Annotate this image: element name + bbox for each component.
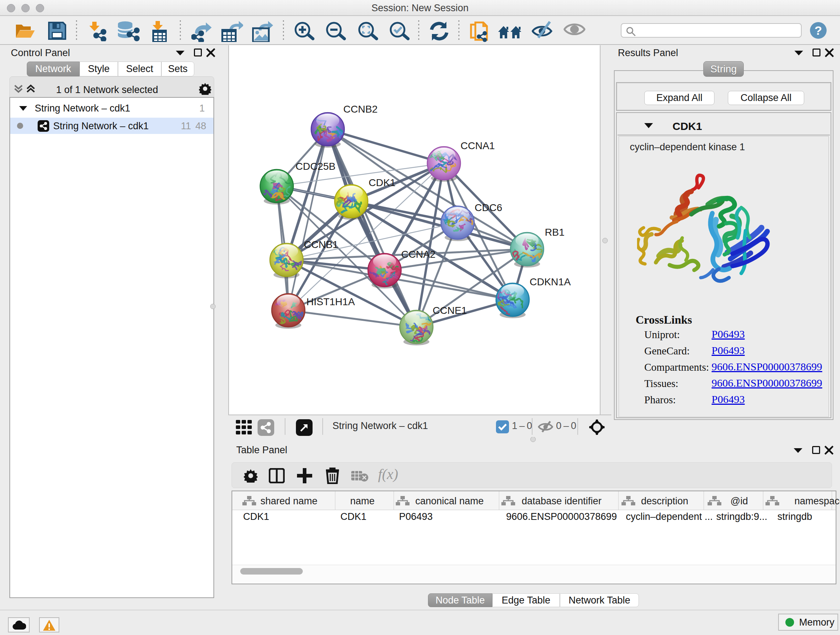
svg-text:CDKN1A: CDKN1A: [530, 276, 571, 287]
svg-text:RB1: RB1: [545, 226, 564, 238]
svg-text:CDC25B: CDC25B: [295, 161, 335, 172]
svg-text:?: ?: [815, 24, 822, 37]
svg-text:CCNB2: CCNB2: [343, 103, 378, 115]
svg-text:CCNB1: CCNB1: [304, 239, 338, 250]
svg-text:CCNA1: CCNA1: [461, 140, 495, 151]
svg-text:CDC6: CDC6: [475, 202, 502, 213]
svg-text:CCNA2: CCNA2: [401, 249, 436, 260]
svg-text:CDK1: CDK1: [369, 177, 396, 188]
svg-text:CCNE1: CCNE1: [433, 305, 467, 316]
svg-text:HIST1H1A: HIST1H1A: [306, 296, 355, 307]
